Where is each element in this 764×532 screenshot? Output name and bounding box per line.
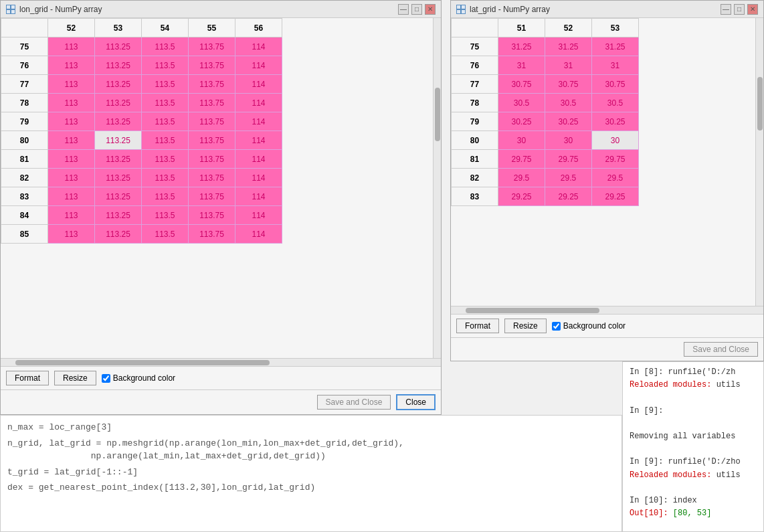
lon-cell[interactable]: 113.5 bbox=[142, 37, 189, 56]
lon-cell[interactable]: 113.25 bbox=[95, 131, 142, 150]
lat-cell[interactable]: 29.75 bbox=[592, 150, 639, 169]
lon-cell[interactable]: 113.75 bbox=[189, 56, 235, 75]
lon-cell[interactable]: 113.75 bbox=[189, 112, 235, 131]
lon-close-button[interactable]: ✕ bbox=[425, 4, 436, 15]
lon-cell[interactable]: 114 bbox=[235, 206, 282, 225]
lon-cell[interactable]: 113.25 bbox=[95, 206, 142, 225]
lon-cell[interactable]: 113.25 bbox=[95, 37, 142, 56]
lat-format-button[interactable]: Format bbox=[456, 319, 499, 333]
lon-cell[interactable]: 113.25 bbox=[95, 225, 142, 244]
lat-cell[interactable]: 31 bbox=[545, 56, 592, 75]
lat-cell[interactable]: 31.25 bbox=[498, 37, 545, 56]
lon-cell[interactable]: 113 bbox=[48, 94, 95, 112]
lat-bg-color-checkbox[interactable] bbox=[552, 322, 561, 331]
lon-cell[interactable]: 113.25 bbox=[95, 187, 142, 206]
lat-close-button[interactable]: ✕ bbox=[747, 4, 758, 15]
lat-cell[interactable]: 30.75 bbox=[592, 75, 639, 94]
lat-cell[interactable]: 29.25 bbox=[545, 187, 592, 206]
lon-cell[interactable]: 113.75 bbox=[189, 206, 235, 225]
lon-cell[interactable]: 113 bbox=[48, 169, 95, 187]
lon-cell[interactable]: 113 bbox=[48, 56, 95, 75]
lat-cell[interactable]: 29.5 bbox=[545, 169, 592, 187]
lon-minimize-button[interactable]: — bbox=[398, 4, 409, 15]
lat-cell[interactable]: 29.25 bbox=[592, 187, 639, 206]
lon-cell[interactable]: 114 bbox=[235, 131, 282, 150]
lon-close-button-2[interactable]: Close bbox=[396, 394, 436, 410]
lat-cell[interactable]: 31 bbox=[592, 56, 639, 75]
lon-cell[interactable]: 114 bbox=[235, 94, 282, 112]
lat-grid-table-container[interactable]: 51 52 53 7531.2531.2531.25763131317730.7… bbox=[451, 18, 763, 306]
lon-cell[interactable]: 113.25 bbox=[95, 150, 142, 169]
lat-cell[interactable]: 30.25 bbox=[498, 112, 545, 131]
lon-cell[interactable]: 113 bbox=[48, 187, 95, 206]
lon-save-close-button[interactable]: Save and Close bbox=[317, 395, 391, 410]
lon-cell[interactable]: 114 bbox=[235, 56, 282, 75]
lat-resize-button[interactable]: Resize bbox=[504, 319, 547, 333]
lon-cell[interactable]: 113.5 bbox=[142, 75, 189, 94]
lat-cell[interactable]: 30.75 bbox=[545, 75, 592, 94]
lat-cell[interactable]: 29.5 bbox=[498, 169, 545, 187]
lon-cell[interactable]: 114 bbox=[235, 187, 282, 206]
lon-cell[interactable]: 114 bbox=[235, 75, 282, 94]
lon-cell[interactable]: 113.75 bbox=[189, 225, 235, 244]
lat-cell[interactable]: 30 bbox=[545, 131, 592, 150]
lat-cell[interactable]: 29.75 bbox=[545, 150, 592, 169]
lon-cell[interactable]: 113.25 bbox=[95, 75, 142, 94]
lon-resize-button[interactable]: Resize bbox=[54, 371, 96, 385]
lat-maximize-button[interactable]: □ bbox=[734, 4, 745, 15]
lon-cell[interactable]: 113.5 bbox=[142, 150, 189, 169]
lon-cell[interactable]: 114 bbox=[235, 169, 282, 187]
lon-cell[interactable]: 113.25 bbox=[95, 112, 142, 131]
lat-cell[interactable]: 30.5 bbox=[545, 94, 592, 112]
lon-scrollbar-h[interactable] bbox=[1, 358, 441, 366]
lat-cell[interactable]: 30.5 bbox=[592, 94, 639, 112]
lon-cell[interactable]: 114 bbox=[235, 112, 282, 131]
lat-cell[interactable]: 30 bbox=[592, 131, 639, 150]
lon-cell[interactable]: 113 bbox=[48, 206, 95, 225]
lat-save-close-button[interactable]: Save and Close bbox=[684, 342, 758, 357]
lat-cell[interactable]: 29.25 bbox=[498, 187, 545, 206]
lon-scrollbar-v[interactable] bbox=[433, 18, 441, 358]
lon-cell[interactable]: 113.25 bbox=[95, 94, 142, 112]
lon-cell[interactable]: 113.25 bbox=[95, 56, 142, 75]
lat-minimize-button[interactable]: — bbox=[721, 4, 731, 15]
lon-cell[interactable]: 113.75 bbox=[189, 94, 235, 112]
lon-cell[interactable]: 114 bbox=[235, 225, 282, 244]
lon-cell[interactable]: 113.5 bbox=[142, 206, 189, 225]
lat-scrollbar-v[interactable] bbox=[755, 18, 763, 306]
lon-cell[interactable]: 113.5 bbox=[142, 169, 189, 187]
lon-cell[interactable]: 113 bbox=[48, 150, 95, 169]
lon-cell[interactable]: 113.75 bbox=[189, 187, 235, 206]
lon-cell[interactable]: 113 bbox=[48, 75, 95, 94]
lon-cell[interactable]: 113.75 bbox=[189, 75, 235, 94]
lon-maximize-button[interactable]: □ bbox=[411, 4, 422, 15]
lon-cell[interactable]: 113 bbox=[48, 131, 95, 150]
lat-cell[interactable]: 29.75 bbox=[498, 150, 545, 169]
lon-cell[interactable]: 113.5 bbox=[142, 56, 189, 75]
lat-cell[interactable]: 30.25 bbox=[545, 112, 592, 131]
lon-grid-table-container[interactable]: 52 53 54 55 56 75113113.25113.5113.75114… bbox=[1, 18, 441, 358]
lat-cell[interactable]: 30 bbox=[498, 131, 545, 150]
lat-cell[interactable]: 30.25 bbox=[592, 112, 639, 131]
lon-cell[interactable]: 113 bbox=[48, 225, 95, 244]
lat-cell[interactable]: 29.5 bbox=[592, 169, 639, 187]
lon-cell[interactable]: 113 bbox=[48, 37, 95, 56]
lon-cell[interactable]: 113.75 bbox=[189, 169, 235, 187]
lat-cell[interactable]: 30.5 bbox=[498, 94, 545, 112]
lon-format-button[interactable]: Format bbox=[6, 371, 49, 385]
lon-cell[interactable]: 113.5 bbox=[142, 187, 189, 206]
lat-cell[interactable]: 31.25 bbox=[545, 37, 592, 56]
lon-cell[interactable]: 113.75 bbox=[189, 150, 235, 169]
lon-cell[interactable]: 113.5 bbox=[142, 112, 189, 131]
lat-cell[interactable]: 31 bbox=[498, 56, 545, 75]
lat-cell[interactable]: 31.25 bbox=[592, 37, 639, 56]
lon-cell[interactable]: 113.75 bbox=[189, 37, 235, 56]
lon-bg-color-checkbox[interactable] bbox=[102, 374, 110, 383]
lon-cell[interactable]: 113 bbox=[48, 112, 95, 131]
lon-cell[interactable]: 113.5 bbox=[142, 94, 189, 112]
lon-cell[interactable]: 113.75 bbox=[189, 131, 235, 150]
lon-cell[interactable]: 113.25 bbox=[95, 169, 142, 187]
lon-cell[interactable]: 113.5 bbox=[142, 225, 189, 244]
lat-cell[interactable]: 30.75 bbox=[498, 75, 545, 94]
lon-cell[interactable]: 113.5 bbox=[142, 131, 189, 150]
